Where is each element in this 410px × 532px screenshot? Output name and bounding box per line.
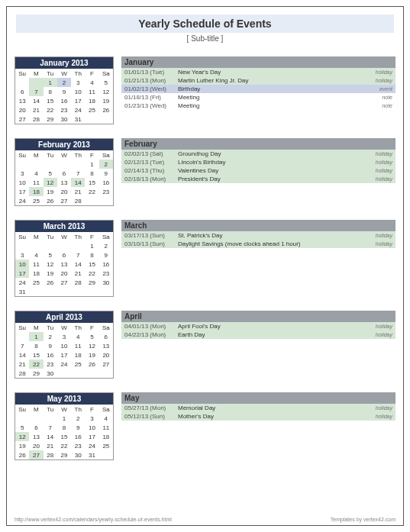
day-cell: 7 [29,87,43,96]
day-cell: 15 [85,260,98,269]
events-panel: May05/27/13 (Mon)Memorial Dayholiday05/1… [121,392,395,460]
day-cell: 11 [99,423,113,432]
footer-credit: Templates by vertex42.com [331,517,395,522]
day-cell [29,287,43,296]
day-cell: 13 [57,178,71,187]
day-cell [85,114,98,124]
day-cell: 23 [99,187,113,196]
day-cell [44,160,57,169]
day-cell: 16 [99,178,113,187]
dow-cell: M [29,405,43,414]
day-cell: 1 [57,414,71,423]
day-cell: 29 [29,369,43,378]
day-cell: 22 [44,105,57,114]
dow-cell: W [57,69,71,78]
day-cell: 23 [44,360,57,369]
event-date: 01/23/13 (Wed) [124,102,178,109]
day-cell: 5 [44,250,57,260]
event-type: holiday [362,176,392,182]
day-cell: 22 [85,187,98,196]
day-cell: 21 [71,269,85,278]
event-type: note [362,103,392,108]
event-row: 01/21/13 (Mon)Martin Luther King Jr. Day… [121,76,395,85]
day-cell: 24 [71,105,85,114]
mini-calendar: March 2013SuMTuWThFSa1234567891011121314… [15,220,114,297]
day-cell [99,287,113,296]
day-cell: 27 [99,360,113,369]
event-type: holiday [362,332,392,337]
day-cell: 6 [99,332,113,341]
day-cell: 24 [15,196,29,205]
day-cell: 22 [57,441,71,450]
day-cell: 16 [99,260,113,269]
day-cell: 3 [15,250,29,260]
day-cell: 1 [85,160,98,169]
event-row: 05/27/13 (Mon)Memorial Dayholiday [121,404,395,412]
day-cell: 11 [85,87,98,96]
event-row: 03/17/13 (Sun)St. Patrick's Dayholiday [121,231,395,240]
day-cell: 4 [99,414,113,423]
dow-cell: Sa [99,323,113,332]
event-type: holiday [362,233,392,238]
day-cell: 14 [71,260,85,269]
day-cell: 28 [71,278,85,287]
event-row: 04/22/13 (Mon)Earth Dayholiday [121,330,395,339]
day-cell: 14 [15,350,29,360]
day-cell: 8 [29,341,43,350]
day-cell: 25 [29,196,43,205]
mini-calendar: May 2013SuMTuWThFSa123456789101112131415… [15,392,114,460]
mini-calendar-header: January 2013 [15,57,113,69]
day-cell: 27 [15,114,29,124]
event-row: 02/18/13 (Mon)President's Dayholiday [121,175,395,183]
day-cell: 6 [57,169,71,178]
day-cell: 19 [99,96,113,105]
day-cell: 20 [99,350,113,360]
day-cell: 21 [44,441,57,450]
day-cell: 15 [29,350,43,360]
event-row: 01/01/13 (Tue)New Year's Dayholiday [121,68,395,76]
event-date: 03/10/13 (Sun) [124,240,178,247]
day-cell: 12 [44,178,57,187]
event-date: 02/18/13 (Mon) [124,176,178,182]
day-cell: 16 [71,432,85,441]
day-cell: 16 [57,96,71,105]
day-cell: 29 [85,278,98,287]
day-cell [15,160,29,169]
day-cell: 17 [85,432,98,441]
day-cell [99,450,113,459]
event-type: holiday [362,78,392,83]
event-desc: Meeting [178,102,362,109]
day-cell: 13 [15,96,29,105]
event-type: holiday [362,168,392,173]
day-cell: 13 [99,341,113,350]
events-header: February [121,138,395,150]
dow-cell: M [29,69,43,78]
day-cell [44,414,57,423]
day-cell: 7 [71,169,85,178]
day-cell: 18 [29,187,43,196]
event-desc: Mother's Day [178,413,362,420]
day-cell: 19 [15,441,29,450]
day-cell: 21 [29,105,43,114]
dow-cell: W [57,405,71,414]
day-cell: 19 [44,269,57,278]
day-cell: 10 [71,87,85,96]
day-cell: 5 [85,332,98,341]
day-cell: 17 [57,350,71,360]
mini-calendar: February 2013SuMTuWThFSa1234567891011121… [15,138,114,206]
day-cell: 3 [71,78,85,87]
day-cell: 23 [71,441,85,450]
event-row: 05/12/13 (Sun)Mother's Dayholiday [121,412,395,421]
day-cell [44,241,57,250]
event-desc: Memorial Day [178,405,362,411]
day-cell: 30 [99,278,113,287]
day-cell: 4 [29,169,43,178]
dow-cell: Su [15,150,29,160]
dow-cell: Tu [44,69,57,78]
footer-link[interactable]: http://www.vertex42.com/calendars/yearly… [15,517,172,522]
day-cell: 28 [29,114,43,124]
event-date: 02/12/13 (Tue) [124,159,178,166]
day-cell [15,414,29,423]
day-cell: 1 [85,241,98,250]
day-cell: 26 [44,278,57,287]
